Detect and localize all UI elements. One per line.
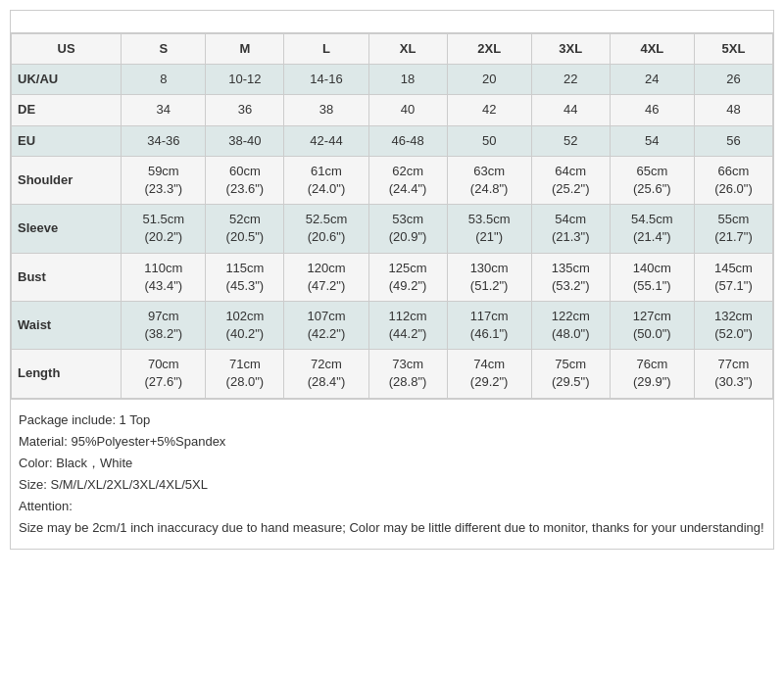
table-row: Bust110cm(43.4")115cm(45.3")120cm(47.2")… [12, 253, 773, 301]
table-cell: 74cm(29.2") [447, 350, 531, 398]
chart-title [11, 11, 773, 33]
table-cell: 64cm(25.2") [531, 156, 610, 204]
table-cell: 14-16 [284, 65, 368, 95]
table-cell: 66cm(26.0") [694, 156, 772, 204]
table-cell: 130cm(51.2") [447, 253, 531, 301]
note-line-1: Material: 95%Polyester+5%Spandex [19, 431, 765, 453]
notes-section: Package include: 1 TopMaterial: 95%Polye… [11, 399, 773, 550]
table-cell: 42 [447, 95, 531, 125]
table-cell: 42-44 [284, 125, 368, 156]
header-us: US [12, 34, 122, 65]
table-cell: 54.5cm(21.4") [610, 205, 694, 253]
header-size-M: M [206, 34, 284, 65]
table-cell: 65cm(25.6") [610, 156, 694, 204]
note-line-5: Size may be 2cm/1 inch inaccuracy due to… [19, 517, 765, 539]
table-cell: 36 [206, 95, 284, 125]
row-label-sleeve: Sleeve [12, 205, 122, 253]
table-cell: 73cm(28.8") [368, 350, 447, 398]
table-cell: 112cm(44.2") [368, 301, 447, 349]
table-cell: 46-48 [368, 125, 447, 156]
table-cell: 38 [284, 95, 368, 125]
table-row: DE3436384042444648 [12, 95, 773, 125]
table-cell: 125cm(49.2") [368, 253, 447, 301]
table-cell: 110cm(43.4") [122, 253, 206, 301]
table-cell: 34 [122, 95, 206, 125]
header-size-S: S [122, 34, 206, 65]
table-cell: 71cm(28.0") [206, 350, 284, 398]
note-line-0: Package include: 1 Top [19, 410, 765, 431]
table-cell: 76cm(29.9") [610, 350, 694, 398]
row-label-length: Length [12, 350, 122, 398]
size-chart-container: USSMLXL2XL3XL4XL5XL UK/AU810-1214-161820… [10, 10, 774, 550]
table-cell: 8 [122, 65, 206, 95]
table-cell: 117cm(46.1") [447, 301, 531, 349]
table-cell: 38-40 [206, 125, 284, 156]
table-cell: 60cm(23.6") [206, 156, 284, 204]
header-size-4XL: 4XL [610, 34, 694, 65]
table-cell: 122cm(48.0") [531, 301, 610, 349]
row-label-eu: EU [12, 125, 122, 156]
table-header-row: USSMLXL2XL3XL4XL5XL [12, 34, 773, 65]
table-cell: 52cm(20.5") [206, 205, 284, 253]
table-cell: 40 [368, 95, 447, 125]
table-cell: 61cm(24.0") [284, 156, 368, 204]
table-cell: 54 [610, 125, 694, 156]
row-label-waist: Waist [12, 301, 122, 349]
table-cell: 46 [610, 95, 694, 125]
table-cell: 115cm(45.3") [206, 253, 284, 301]
row-label-shoulder: Shoulder [12, 156, 122, 204]
table-cell: 135cm(53.2") [531, 253, 610, 301]
table-cell: 51.5cm(20.2") [122, 205, 206, 253]
table-cell: 127cm(50.0") [610, 301, 694, 349]
table-cell: 140cm(55.1") [610, 253, 694, 301]
table-cell: 77cm(30.3") [694, 350, 772, 398]
table-cell: 102cm(40.2") [206, 301, 284, 349]
row-label-bust: Bust [12, 253, 122, 301]
table-cell: 70cm(27.6") [122, 350, 206, 398]
table-row: Waist97cm(38.2")102cm(40.2")107cm(42.2")… [12, 301, 773, 349]
row-label-uk/au: UK/AU [12, 65, 122, 95]
note-line-3: Size: S/M/L/XL/2XL/3XL/4XL/5XL [19, 474, 765, 496]
size-table: USSMLXL2XL3XL4XL5XL UK/AU810-1214-161820… [11, 33, 773, 399]
note-line-4: Attention: [19, 496, 765, 517]
row-label-de: DE [12, 95, 122, 125]
table-cell: 50 [447, 125, 531, 156]
table-cell: 62cm(24.4") [368, 156, 447, 204]
table-row: Sleeve51.5cm(20.2")52cm(20.5")52.5cm(20.… [12, 205, 773, 253]
table-cell: 97cm(38.2") [122, 301, 206, 349]
table-cell: 55cm(21.7") [694, 205, 772, 253]
table-cell: 75cm(29.5") [531, 350, 610, 398]
table-cell: 10-12 [206, 65, 284, 95]
table-cell: 26 [694, 65, 772, 95]
header-size-3XL: 3XL [531, 34, 610, 65]
table-cell: 59cm(23.3") [122, 156, 206, 204]
table-cell: 52 [531, 125, 610, 156]
table-cell: 20 [447, 65, 531, 95]
table-cell: 18 [368, 65, 447, 95]
header-size-XL: XL [368, 34, 447, 65]
table-cell: 107cm(42.2") [284, 301, 368, 349]
table-cell: 53cm(20.9") [368, 205, 447, 253]
table-cell: 54cm(21.3") [531, 205, 610, 253]
table-cell: 48 [694, 95, 772, 125]
table-cell: 53.5cm(21") [447, 205, 531, 253]
header-size-2XL: 2XL [447, 34, 531, 65]
table-row: Shoulder59cm(23.3")60cm(23.6")61cm(24.0"… [12, 156, 773, 204]
table-cell: 63cm(24.8") [447, 156, 531, 204]
table-row: Length70cm(27.6")71cm(28.0")72cm(28.4")7… [12, 350, 773, 398]
table-cell: 44 [531, 95, 610, 125]
table-cell: 72cm(28.4") [284, 350, 368, 398]
table-row: EU34-3638-4042-4446-4850525456 [12, 125, 773, 156]
header-size-L: L [284, 34, 368, 65]
table-cell: 34-36 [122, 125, 206, 156]
table-cell: 145cm(57.1") [694, 253, 772, 301]
table-row: UK/AU810-1214-161820222426 [12, 65, 773, 95]
table-cell: 24 [610, 65, 694, 95]
note-line-2: Color: Black，White [19, 453, 765, 474]
table-cell: 56 [694, 125, 772, 156]
table-cell: 120cm(47.2") [284, 253, 368, 301]
table-cell: 52.5cm(20.6") [284, 205, 368, 253]
table-cell: 132cm(52.0") [694, 301, 772, 349]
table-cell: 22 [531, 65, 610, 95]
header-size-5XL: 5XL [694, 34, 772, 65]
